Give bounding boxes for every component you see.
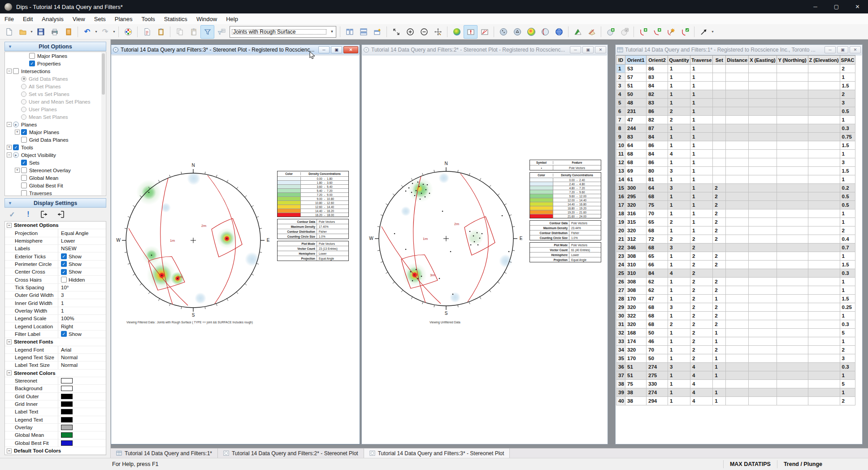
data-cell[interactable] bbox=[726, 363, 749, 371]
data-cell[interactable] bbox=[777, 380, 808, 388]
data-cell[interactable]: 170 bbox=[625, 354, 647, 363]
tree-item-user-planes[interactable]: User Planes bbox=[5, 105, 106, 113]
expander-icon[interactable]: − bbox=[7, 122, 12, 127]
checkbox[interactable]: ✓ bbox=[21, 160, 27, 165]
chevron-down-icon[interactable]: ▼ bbox=[328, 27, 336, 37]
globe-3d-icon[interactable] bbox=[552, 25, 566, 39]
data-cell[interactable] bbox=[777, 201, 808, 209]
data-cell[interactable]: 1 bbox=[668, 158, 690, 167]
data-cell[interactable] bbox=[808, 363, 840, 371]
row-id-cell[interactable]: 28 bbox=[616, 295, 625, 303]
data-cell[interactable] bbox=[726, 380, 749, 388]
data-cell[interactable]: 2 bbox=[840, 65, 855, 73]
data-cell[interactable]: 1 bbox=[690, 226, 713, 235]
row-id-cell[interactable]: 23 bbox=[616, 252, 625, 261]
data-cell[interactable]: 1 bbox=[668, 192, 690, 201]
data-cell[interactable] bbox=[777, 141, 808, 150]
row-id-cell[interactable]: 19 bbox=[616, 218, 625, 226]
data-cell[interactable] bbox=[749, 133, 777, 141]
column-header-distance[interactable]: Distance bbox=[726, 56, 749, 65]
data-cell[interactable] bbox=[808, 371, 840, 380]
data-cell[interactable]: 0.75 bbox=[840, 133, 855, 141]
undo-icon[interactable]: ↶ bbox=[80, 25, 94, 39]
pan-icon[interactable] bbox=[431, 25, 445, 39]
data-cell[interactable]: 2 bbox=[713, 303, 726, 312]
data-cell[interactable]: 2 bbox=[690, 312, 713, 320]
select-arrow-icon[interactable] bbox=[697, 25, 711, 39]
data-cell[interactable]: 346 bbox=[625, 244, 647, 252]
data-cell[interactable] bbox=[808, 184, 840, 192]
collapse-box-icon[interactable]: − bbox=[7, 339, 12, 344]
row-id-cell[interactable]: 14 bbox=[616, 175, 625, 184]
data-cell[interactable] bbox=[726, 150, 749, 158]
tree-item-tools[interactable]: +✓Tools bbox=[5, 144, 106, 151]
color-swatch[interactable] bbox=[61, 440, 73, 446]
data-cell[interactable]: 1.5 bbox=[840, 82, 855, 90]
data-cell[interactable]: 1 bbox=[690, 141, 713, 150]
row-id-cell[interactable]: 13 bbox=[616, 167, 625, 175]
color-swatch[interactable] bbox=[61, 432, 73, 438]
data-cell[interactable]: 330 bbox=[647, 380, 668, 388]
data-cell[interactable]: 0.5 bbox=[840, 201, 855, 209]
data-cell[interactable]: 1 bbox=[713, 363, 726, 371]
radio-button[interactable] bbox=[21, 76, 26, 82]
data-cell[interactable] bbox=[777, 133, 808, 141]
row-id-cell[interactable]: 8 bbox=[616, 124, 625, 133]
redo-icon[interactable]: ↷ bbox=[98, 25, 112, 39]
data-cell[interactable] bbox=[749, 175, 777, 184]
data-cell[interactable]: 1 bbox=[668, 175, 690, 184]
row-id-cell[interactable]: 2 bbox=[616, 73, 625, 82]
data-cell[interactable]: 1 bbox=[668, 226, 690, 235]
data-cell[interactable]: 64 bbox=[625, 141, 647, 150]
row-id-cell[interactable]: 36 bbox=[616, 363, 625, 371]
data-cell[interactable]: 1 bbox=[668, 99, 690, 107]
data-cell[interactable]: 38 bbox=[625, 397, 647, 405]
data-cell[interactable] bbox=[726, 192, 749, 201]
set-confirm-icon[interactable] bbox=[678, 25, 692, 39]
color-swatch[interactable] bbox=[61, 394, 73, 399]
data-cell[interactable]: 2 bbox=[668, 116, 690, 124]
data-cell[interactable]: 1 bbox=[713, 329, 726, 337]
column-header-orient2[interactable]: Orient2 bbox=[647, 56, 668, 65]
property-value[interactable] bbox=[58, 385, 106, 392]
data-cell[interactable] bbox=[726, 82, 749, 90]
data-cell[interactable]: 1 bbox=[668, 312, 690, 320]
data-cell[interactable]: 47 bbox=[647, 295, 668, 303]
data-cell[interactable]: 275 bbox=[647, 371, 668, 380]
data-cell[interactable]: 2 bbox=[690, 269, 713, 278]
terrain-icon[interactable] bbox=[571, 25, 585, 39]
data-cell[interactable]: 72 bbox=[647, 235, 668, 244]
row-id-cell[interactable]: 26 bbox=[616, 278, 625, 286]
data-cell[interactable]: 300 bbox=[625, 184, 647, 192]
data-cell[interactable]: 75 bbox=[625, 380, 647, 388]
data-cell[interactable]: 2 bbox=[713, 226, 726, 235]
data-cell[interactable]: 1 bbox=[690, 124, 713, 133]
data-cell[interactable]: 1 bbox=[668, 371, 690, 380]
data-cell[interactable]: 86 bbox=[647, 107, 668, 116]
row-id-cell[interactable]: 9 bbox=[616, 133, 625, 141]
data-cell[interactable]: 1 bbox=[690, 175, 713, 184]
group-header-default-tool-colors[interactable]: −Default Tool Colors bbox=[5, 447, 106, 455]
data-cell[interactable] bbox=[777, 175, 808, 184]
row-id-cell[interactable]: 40 bbox=[616, 397, 625, 405]
data-cell[interactable] bbox=[726, 201, 749, 209]
data-cell[interactable]: 1 bbox=[713, 337, 726, 346]
data-cell[interactable]: 1 bbox=[690, 133, 713, 141]
data-cell[interactable]: 1 bbox=[690, 107, 713, 116]
visibility-toggle-icon[interactable]: ▶ bbox=[13, 122, 19, 127]
data-cell[interactable]: 68 bbox=[647, 244, 668, 252]
property-value[interactable]: 3 bbox=[58, 292, 106, 299]
data-cell[interactable]: 1 bbox=[840, 312, 855, 320]
data-cell[interactable]: 2 bbox=[840, 226, 855, 235]
data-cell[interactable]: 57 bbox=[625, 73, 647, 82]
data-cell[interactable]: 2 bbox=[713, 201, 726, 209]
property-value[interactable] bbox=[58, 377, 106, 384]
data-cell[interactable]: 1 bbox=[690, 150, 713, 158]
data-cell[interactable]: 2 bbox=[713, 184, 726, 192]
tree-item-set-vs-set-planes[interactable]: Set vs Set Planes bbox=[5, 90, 106, 98]
data-cell[interactable] bbox=[808, 261, 840, 269]
column-header-z-elevation-[interactable]: Z (Elevation) bbox=[808, 56, 840, 65]
data-cell[interactable]: 1 bbox=[668, 397, 690, 405]
data-cell[interactable] bbox=[749, 158, 777, 167]
data-cell[interactable]: 1 bbox=[668, 261, 690, 269]
